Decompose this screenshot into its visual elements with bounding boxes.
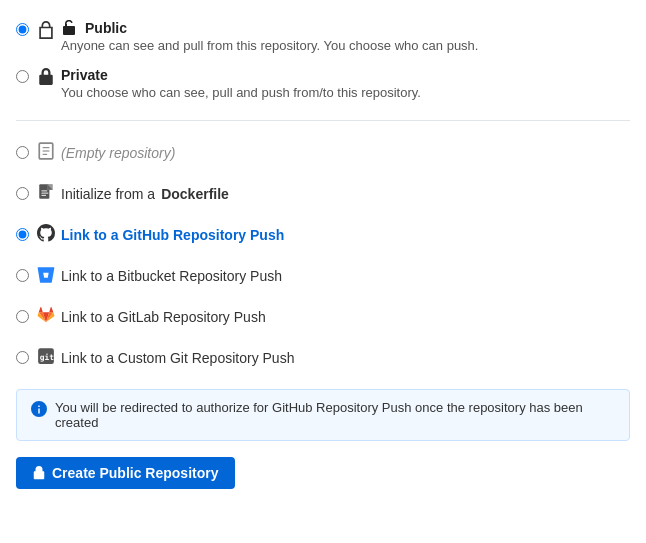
bitbucket-radio[interactable] — [16, 269, 29, 282]
create-button-label: Create Public Repository — [52, 465, 219, 481]
custom-git-option[interactable]: git Link to a Custom Git Repository Push — [16, 342, 630, 373]
create-public-repo-button[interactable]: Create Public Repository — [16, 457, 235, 489]
info-icon — [31, 401, 47, 421]
github-label: Link to a GitHub Repository Push — [61, 227, 284, 243]
dockerfile-radio[interactable] — [16, 187, 29, 200]
visibility-section: Public Anyone can see and pull from this… — [16, 16, 630, 104]
public-description: Anyone can see and pull from this reposi… — [61, 38, 478, 53]
create-button-icon — [32, 466, 46, 480]
info-box: You will be redirected to authorize for … — [16, 389, 630, 441]
private-label-group: Private You choose who can see, pull and… — [61, 67, 421, 100]
github-radio[interactable] — [16, 228, 29, 241]
lock-icon — [37, 68, 55, 90]
custom-git-radio[interactable] — [16, 351, 29, 364]
github-option[interactable]: Link to a GitHub Repository Push — [16, 219, 630, 250]
public-option[interactable]: Public Anyone can see and pull from this… — [16, 16, 630, 57]
private-option[interactable]: Private You choose who can see, pull and… — [16, 63, 630, 104]
public-title: Public — [61, 20, 478, 36]
private-description: You choose who can see, pull and push fr… — [61, 85, 421, 100]
custom-git-icon: git — [37, 347, 55, 369]
gitlab-radio[interactable] — [16, 310, 29, 323]
dockerfile-icon — [37, 183, 55, 205]
dockerfile-label: Initialize from a Dockerfile — [61, 186, 229, 202]
empty-repo-option[interactable]: (Empty repository) — [16, 137, 630, 168]
private-title: Private — [61, 67, 421, 83]
gitlab-option[interactable]: Link to a GitLab Repository Push — [16, 301, 630, 332]
github-icon — [37, 224, 55, 246]
dockerfile-bold: Dockerfile — [161, 186, 229, 202]
empty-radio[interactable] — [16, 146, 29, 159]
empty-repo-icon — [37, 142, 55, 164]
section-divider — [16, 120, 630, 121]
init-section: (Empty repository) Initialize from a Doc… — [16, 137, 630, 373]
public-label-group: Public Anyone can see and pull from this… — [61, 20, 478, 53]
gitlab-icon — [37, 306, 55, 328]
open-lock-icon — [61, 20, 77, 36]
custom-git-label: Link to a Custom Git Repository Push — [61, 350, 294, 366]
unlock-icon — [37, 21, 55, 43]
dockerfile-option[interactable]: Initialize from a Dockerfile — [16, 178, 630, 209]
gitlab-label: Link to a GitLab Repository Push — [61, 309, 266, 325]
svg-text:git: git — [40, 353, 54, 362]
public-radio[interactable] — [16, 23, 29, 36]
bitbucket-icon — [37, 265, 55, 287]
empty-label: (Empty repository) — [61, 145, 175, 161]
bitbucket-option[interactable]: Link to a Bitbucket Repository Push — [16, 260, 630, 291]
private-radio[interactable] — [16, 70, 29, 83]
info-message: You will be redirected to authorize for … — [55, 400, 615, 430]
bitbucket-label: Link to a Bitbucket Repository Push — [61, 268, 282, 284]
